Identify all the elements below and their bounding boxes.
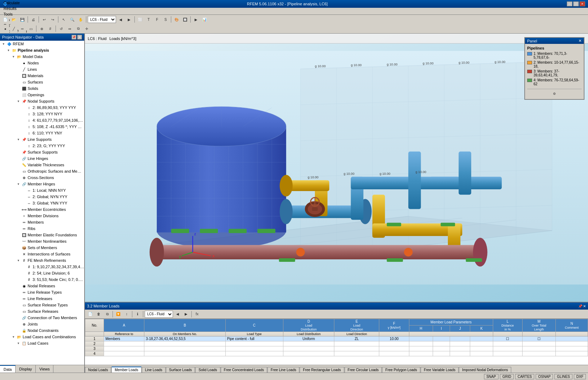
tree-item[interactable]: ═Members [0, 219, 84, 225]
gamma-cell[interactable] [379, 346, 409, 351]
tree-item[interactable]: ▭Orthotropic Surfaces and Membra [0, 168, 84, 174]
tree-expand-icon[interactable] [16, 162, 21, 168]
status-btn-cartes[interactable]: CARTES [515, 374, 534, 379]
tree-expand-icon[interactable]: ▼ [16, 181, 21, 187]
redo-button[interactable]: ↪ [49, 16, 57, 23]
load-dist-cell[interactable]: Uniform [283, 336, 334, 341]
tree-expand-icon[interactable] [16, 213, 21, 219]
tree-item[interactable]: 📌Surface Supports [0, 149, 84, 155]
tree-item[interactable]: 🔗Connection of Two Members [0, 315, 84, 321]
param-j-cell[interactable] [450, 336, 470, 341]
undo-button[interactable]: ↩ [40, 16, 48, 23]
tree-item[interactable]: 🔲Materials [0, 73, 84, 79]
data-tab-member-loads[interactable]: Member Loads [111, 367, 142, 373]
load-dist-cell[interactable] [283, 351, 334, 356]
tree-item[interactable]: ═Ribs [0, 225, 84, 232]
grid-btn[interactable]: # [46, 25, 54, 33]
status-btn-snap[interactable]: SNAP [484, 374, 498, 379]
results-button[interactable]: 📊 [201, 16, 208, 23]
status-btn-glines[interactable]: GLINES [554, 374, 572, 379]
tree-item[interactable]: #3: 51,53; Node Circ; 0.7; 0.05; 0 [0, 276, 84, 283]
wire-button[interactable]: 🔲 [181, 16, 189, 23]
view-side[interactable]: S [162, 16, 169, 23]
data-tab-imposed-nodal-deformations[interactable]: Imposed Nodal Deformations [459, 367, 511, 373]
mirror-btn[interactable]: ⇔ [66, 25, 74, 33]
tree-expand-icon[interactable] [21, 124, 26, 129]
table-close-button[interactable]: ✕ [583, 304, 586, 308]
row-number[interactable]: 3 [85, 346, 104, 351]
data-tab-surface-loads[interactable]: Surface Loads [166, 367, 195, 373]
over-total-cell[interactable] [522, 341, 555, 346]
ref-to-cell[interactable] [104, 346, 144, 351]
member-btn[interactable]: ═ [18, 25, 26, 33]
load-dir-cell[interactable]: ZL [334, 336, 379, 341]
param-k-cell[interactable] [470, 341, 493, 346]
tree-expand-icon[interactable] [21, 130, 26, 136]
tree-expand-icon[interactable] [21, 264, 26, 270]
comment-cell[interactable] [556, 336, 588, 341]
tree-item[interactable]: 🔲Member Elastic Foundations [0, 232, 84, 238]
ref-to-cell[interactable] [104, 351, 144, 356]
table-row[interactable]: 3 [85, 346, 588, 351]
panel-close-button[interactable]: ✕ [77, 35, 82, 40]
load-type-cell[interactable]: Pipe content - full [225, 336, 283, 341]
tree-expand-icon[interactable] [21, 270, 26, 276]
tree-item[interactable]: ▼📁Pipeline analysis [0, 47, 84, 53]
param-j-cell[interactable] [450, 341, 470, 346]
tree-item[interactable]: 🔒Nodal Constraints [0, 327, 84, 334]
tree-item[interactable]: ═Line Release Types [0, 289, 84, 295]
tree-expand-icon[interactable] [16, 156, 21, 161]
view-top[interactable]: T [145, 16, 152, 23]
menu-item-results[interactable]: Results [1, 6, 34, 11]
tree-expand-icon[interactable]: ▼ [11, 334, 16, 340]
tree-expand-icon[interactable] [21, 143, 26, 149]
data-tab-free-rectangular-loads[interactable]: Free Rectangular Loads [300, 367, 344, 373]
param-i-cell[interactable] [433, 346, 450, 351]
load-dist-cell[interactable] [283, 346, 334, 351]
tree-expand-icon[interactable] [21, 117, 26, 123]
tree-item[interactable]: ▼📂Model Data [0, 53, 84, 60]
tree-expand-icon[interactable] [16, 283, 21, 289]
tree-expand-icon[interactable] [16, 315, 21, 321]
tree-expand-icon[interactable] [16, 296, 21, 301]
on-members-cell[interactable] [144, 341, 225, 346]
comment-cell[interactable] [556, 341, 588, 346]
tree-expand-icon[interactable] [21, 188, 26, 193]
tree-item[interactable]: #1: 9,10,27,30,32,34,37,39,41,43,4 [0, 264, 84, 270]
comment-cell[interactable] [556, 351, 588, 356]
tree-item[interactable]: ↕3: 128; YYY NYY [0, 111, 84, 117]
param-i-cell[interactable] [433, 341, 450, 346]
ref-to-cell[interactable]: Members [104, 336, 144, 341]
rotate-btn[interactable]: ↺ [57, 25, 65, 33]
param-h-cell[interactable] [409, 336, 433, 341]
tree-expand-icon[interactable] [16, 226, 21, 231]
tree-expand-icon[interactable] [16, 175, 21, 180]
tree-item[interactable]: ↕5: 108; Z -41.6335 *; YYY YNY [0, 123, 84, 130]
menu-item-calculate[interactable]: Calculate [1, 0, 34, 6]
tree-item[interactable]: ▼#FE Mesh Refinements [0, 257, 84, 264]
param-i-cell[interactable] [433, 351, 450, 356]
select-button[interactable]: ↖ [60, 16, 68, 23]
pan-button[interactable]: ✋ [77, 16, 85, 23]
tree-item[interactable]: #2: 54; Line Division; 6 [0, 270, 84, 276]
new-button[interactable]: 📄 [1, 16, 9, 23]
tree-expand-icon[interactable] [16, 245, 21, 251]
tree-item[interactable]: ↔3: Global; YNN YYY [0, 200, 84, 206]
tree-expand-icon[interactable] [21, 194, 26, 200]
tree-item[interactable]: 🔗Line Hinges [0, 155, 84, 162]
tree-expand-icon[interactable] [16, 73, 21, 79]
param-k-cell[interactable] [470, 336, 493, 341]
over-total-cell[interactable] [522, 346, 555, 351]
table-filter-button[interactable]: 🔽 [114, 310, 122, 318]
load-dir-cell[interactable] [334, 351, 379, 356]
tree-expand-icon[interactable]: ▼ [16, 98, 21, 104]
data-tab-free-concentrated-loads[interactable]: Free Concentrated Loads [221, 367, 267, 373]
param-j-cell[interactable] [450, 351, 470, 356]
tree-expand-icon[interactable] [16, 321, 21, 327]
row-number[interactable]: 4 [85, 351, 104, 356]
tree-expand-icon[interactable]: ▼ [1, 41, 6, 47]
title-bar-controls[interactable]: ─ □ ✕ [567, 1, 585, 6]
over-total-cell[interactable]: ☐ [522, 336, 555, 341]
data-tab-solid-loads[interactable]: Solid Loads [195, 367, 220, 373]
param-h-cell[interactable] [409, 346, 433, 351]
